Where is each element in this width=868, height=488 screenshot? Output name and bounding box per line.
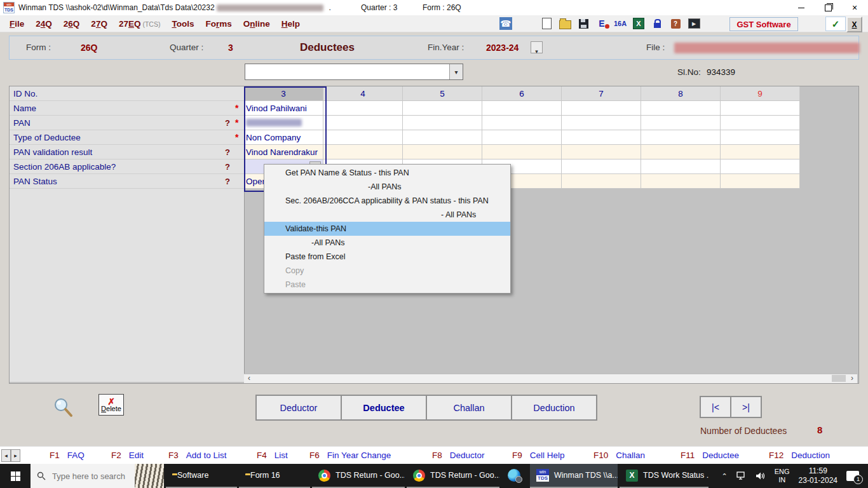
column-header-5[interactable]: 5 [403, 86, 482, 101]
menu-item-validate-this-pan[interactable]: Validate-this PAN [264, 222, 510, 236]
taskbar-clock[interactable]: 11:5923-01-2024 [799, 466, 837, 485]
efile-export-icon[interactable]: E [595, 17, 608, 30]
table-cell[interactable] [403, 101, 482, 116]
horizontal-scrollbar[interactable]: ‹ › [244, 374, 857, 383]
column-header-9[interactable]: 9 [721, 86, 800, 101]
validation-help-icon[interactable]: ? [225, 147, 235, 157]
network-icon[interactable] [736, 471, 747, 480]
taskbar-folder-form16[interactable]: Form 16 [239, 464, 310, 488]
cell-name-3[interactable]: Vinod Pahilwani [244, 101, 323, 116]
table-cell[interactable] [482, 101, 562, 116]
scroll-right-arrow[interactable]: › [848, 374, 856, 383]
column-header-8[interactable]: 8 [641, 86, 721, 101]
table-cell[interactable] [562, 101, 641, 116]
206ab-help-icon[interactable]: ? [225, 162, 235, 172]
table-cell[interactable] [323, 116, 403, 130]
notification-center[interactable]: 1 [846, 471, 859, 481]
cell-type-3[interactable]: Non Company [244, 130, 323, 145]
fkey-f8[interactable]: F8Deductor [432, 451, 485, 460]
lock-icon[interactable] [651, 17, 663, 30]
deductee-button[interactable]: Deductee [341, 395, 427, 421]
deductor-button[interactable]: Deductor [255, 395, 342, 421]
fkey-f2[interactable]: F2Edit [111, 451, 144, 460]
fkey-f9[interactable]: F9Cell Help [512, 451, 565, 460]
table-cell[interactable] [641, 159, 721, 174]
menu-online[interactable]: Online [238, 19, 276, 29]
gst-software-button[interactable]: GST Software [729, 17, 798, 31]
table-cell[interactable] [721, 174, 800, 189]
table-cell[interactable] [721, 101, 800, 116]
menu-item-206ab-all[interactable]: - All PANs [264, 208, 510, 222]
excel-export-icon[interactable]: X [632, 17, 645, 30]
menu-item-validate-all-pans[interactable]: -All PANs [264, 236, 510, 250]
phone-icon[interactable]: ☎ [499, 17, 512, 30]
table-cell[interactable] [482, 130, 562, 145]
table-cell[interactable] [403, 130, 482, 145]
maximize-button[interactable] [815, 0, 841, 15]
table-cell[interactable] [403, 116, 482, 130]
fkey-f11[interactable]: F11Deductee [681, 451, 739, 460]
menu-item-206ab-this[interactable]: Sec. 206AB/206CCA applicability & PAN st… [264, 194, 510, 208]
deductee-search-combobox[interactable]: ▾ [245, 64, 463, 80]
taskbar-excel-tds-work-status[interactable]: X TDS Work Status ... [620, 464, 709, 488]
taskbar-folder-software[interactable]: Software [166, 464, 237, 488]
table-cell[interactable] [562, 145, 641, 159]
delete-button[interactable]: ✗ Delete [98, 394, 124, 416]
menu-forms[interactable]: Forms [200, 19, 237, 29]
challan-button[interactable]: Challan [426, 395, 512, 421]
deduction-button[interactable]: Deduction [511, 395, 597, 421]
search-highlight-image[interactable] [135, 464, 164, 488]
table-cell[interactable] [482, 145, 562, 159]
menu-26q[interactable]: 26Q [58, 19, 86, 29]
table-cell[interactable] [562, 130, 641, 145]
language-indicator[interactable]: ENGIN [775, 468, 790, 484]
pan-help-icon[interactable]: ? [225, 118, 235, 128]
close-button[interactable]: × [841, 0, 868, 15]
table-cell[interactable] [641, 174, 721, 189]
column-header-3[interactable]: 3 [244, 86, 323, 101]
menu-24q[interactable]: 24Q [30, 19, 58, 29]
table-cell[interactable] [562, 174, 641, 189]
fkey-f1[interactable]: F1FAQ [50, 451, 85, 460]
taskbar-winman-tds-active[interactable]: win TDS Winman TDS \\a... [530, 464, 618, 488]
start-button[interactable] [0, 464, 31, 488]
table-cell[interactable] [641, 116, 721, 130]
combobox-dropdown-button[interactable]: ▾ [449, 64, 463, 79]
table-cell[interactable] [641, 130, 721, 145]
fkey-f3[interactable]: F3Add to List [168, 451, 227, 460]
fkey-f6[interactable]: F6Fin Year Change [309, 451, 391, 460]
close-form-button[interactable]: X [846, 17, 862, 32]
scroll-left-arrow[interactable]: ‹ [245, 374, 253, 383]
search-magnifier-icon[interactable] [52, 396, 74, 418]
form16a-icon[interactable]: 16A [614, 17, 627, 30]
volume-icon[interactable] [756, 471, 766, 480]
menu-tools[interactable]: Tools [166, 19, 200, 29]
fnbar-right-arrow[interactable]: ▸ [11, 449, 20, 462]
menu-27q[interactable]: 27Q [85, 19, 113, 29]
table-cell[interactable] [721, 145, 800, 159]
menu-item-get-pan-all[interactable]: -All PANs [264, 180, 510, 194]
search-input[interactable] [51, 471, 128, 482]
status-help-icon[interactable]: ? [225, 177, 235, 186]
cell-validation-3[interactable]: Vinod Narendrakur [244, 145, 323, 159]
table-cell[interactable] [403, 145, 482, 159]
table-cell[interactable] [562, 159, 641, 174]
menu-file[interactable]: File [4, 19, 30, 29]
open-folder-icon[interactable] [559, 17, 571, 30]
menu-item-paste-from-excel[interactable]: Paste from Excel [264, 250, 510, 264]
help-book-icon[interactable]: ? [669, 17, 682, 30]
fkey-f4[interactable]: F4List [257, 451, 288, 460]
table-cell[interactable] [641, 101, 721, 116]
first-record-button[interactable]: |< [700, 396, 731, 418]
table-cell[interactable] [721, 159, 800, 174]
table-cell[interactable] [323, 130, 403, 145]
fnbar-left-arrow[interactable]: ◂ [1, 449, 11, 462]
save-icon[interactable] [577, 17, 590, 30]
table-cell[interactable] [323, 101, 403, 116]
table-cell[interactable] [562, 116, 641, 130]
scrollbar-thumb[interactable] [832, 375, 846, 382]
taskbar-search[interactable] [31, 464, 164, 488]
taskbar-chrome-window-1[interactable]: TDS Return - Goo... [312, 464, 405, 488]
table-cell[interactable] [721, 116, 800, 130]
fkey-f10[interactable]: F10Challan [593, 451, 645, 460]
